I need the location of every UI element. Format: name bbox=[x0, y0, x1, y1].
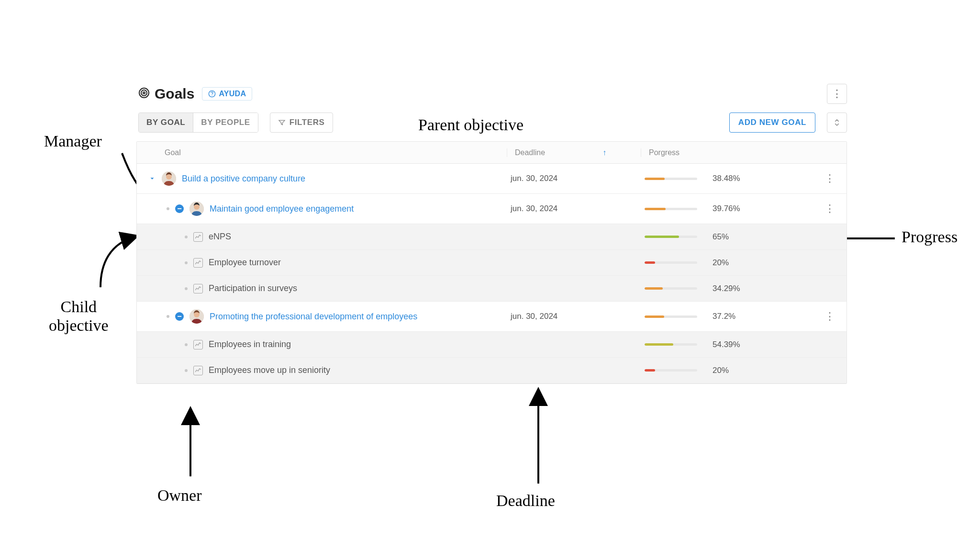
svg-point-4 bbox=[212, 95, 212, 96]
progress-value: 39.76% bbox=[713, 204, 740, 214]
table-row: −Promoting the professional development … bbox=[137, 302, 846, 332]
metric-icon bbox=[193, 340, 203, 349]
progress-value: 37.2% bbox=[713, 312, 735, 321]
goal-cell: Employee turnover bbox=[137, 250, 507, 275]
col-deadline-label: Deadline bbox=[515, 148, 545, 157]
expand-collapse-button[interactable] bbox=[827, 113, 847, 133]
col-progress[interactable]: Porgress bbox=[641, 148, 846, 157]
progress-bar bbox=[645, 369, 697, 372]
deadline-cell: jun. 30, 2024 bbox=[507, 196, 641, 221]
goal-cell: Employees move up in seniority bbox=[137, 358, 507, 383]
col-deadline[interactable]: Deadline ↑ bbox=[507, 148, 641, 157]
table-row: Employee turnover20% bbox=[137, 250, 846, 276]
avatar[interactable] bbox=[162, 171, 176, 186]
goal-title[interactable]: Promoting the professional development o… bbox=[210, 312, 417, 322]
tab-by-people[interactable]: BY PEOPLE bbox=[193, 113, 257, 132]
deadline-value: jun. 30, 2024 bbox=[511, 204, 557, 213]
kr-title: Employees move up in seniority bbox=[209, 365, 330, 375]
tab-by-goal[interactable]: BY GOAL bbox=[139, 113, 193, 132]
view-toggle: BY GOAL BY PEOPLE bbox=[138, 113, 258, 133]
filters-button[interactable]: FILTERS bbox=[270, 113, 333, 133]
deadline-cell bbox=[507, 363, 641, 378]
progress-bar bbox=[645, 315, 697, 318]
table-row: Employees move up in seniority20% bbox=[137, 358, 846, 383]
goal-cell: −Promoting the professional development … bbox=[137, 302, 507, 331]
goal-title[interactable]: Maintain good employee engagement bbox=[210, 204, 354, 214]
page-title: Goals bbox=[155, 86, 194, 102]
metric-icon bbox=[193, 232, 203, 242]
row-more-button[interactable]: ⋮ bbox=[824, 203, 835, 214]
table-row: Employees in training54.39% bbox=[137, 332, 846, 358]
goal-cell: −Maintain good employee engagement bbox=[137, 194, 507, 224]
row-more-button[interactable]: ⋮ bbox=[824, 311, 835, 322]
svg-point-1 bbox=[141, 90, 147, 96]
progress-bar bbox=[645, 178, 697, 180]
header-more-button[interactable]: ⋮ bbox=[827, 84, 847, 104]
panel-header: Goals AYUDA ⋮ bbox=[136, 84, 847, 113]
progress-cell: 39.76% bbox=[641, 196, 813, 221]
actions-cell: ⋮ bbox=[813, 311, 846, 322]
progress-cell: 34.29% bbox=[641, 276, 813, 301]
col-goal[interactable]: Goal bbox=[137, 148, 507, 157]
collapse-minus-icon[interactable]: − bbox=[175, 204, 184, 213]
kr-title: Employees in training bbox=[209, 339, 291, 349]
progress-cell: 65% bbox=[641, 225, 813, 249]
tree-dot bbox=[185, 261, 188, 264]
tree-dot bbox=[167, 315, 169, 318]
progress-value: 20% bbox=[713, 366, 729, 375]
svg-point-2 bbox=[143, 92, 145, 94]
tree-dot bbox=[185, 369, 188, 372]
progress-bar bbox=[645, 208, 697, 210]
callout-child: Child objective bbox=[49, 297, 109, 335]
table-row: Build a positive company culturejun. 30,… bbox=[137, 164, 846, 194]
row-more-button[interactable]: ⋮ bbox=[824, 173, 835, 184]
callout-deadline: Deadline bbox=[496, 491, 555, 510]
chevron-down-icon[interactable] bbox=[148, 175, 156, 182]
deadline-value: jun. 30, 2024 bbox=[511, 174, 557, 183]
arrow-up-icon: ↑ bbox=[602, 148, 606, 157]
deadline-cell: jun. 30, 2024 bbox=[507, 166, 641, 191]
progress-cell: 20% bbox=[641, 250, 813, 275]
filter-icon bbox=[278, 119, 286, 126]
table-body: Build a positive company culturejun. 30,… bbox=[137, 164, 846, 383]
progress-value: 34.29% bbox=[713, 284, 740, 293]
deadline-cell bbox=[507, 337, 641, 352]
deadline-value: jun. 30, 2024 bbox=[511, 312, 557, 321]
goal-cell: Employees in training bbox=[137, 332, 507, 357]
metric-icon bbox=[193, 258, 203, 268]
table-header: Goal Deadline ↑ Porgress bbox=[137, 142, 846, 164]
target-icon bbox=[138, 87, 150, 101]
actions-cell: ⋮ bbox=[813, 173, 846, 184]
add-new-goal-button[interactable]: ADD NEW GOAL bbox=[729, 113, 815, 133]
kr-title: Participation in surveys bbox=[209, 283, 297, 293]
avatar[interactable] bbox=[189, 202, 204, 216]
progress-value: 65% bbox=[713, 232, 729, 242]
deadline-cell: jun. 30, 2024 bbox=[507, 304, 641, 329]
callout-progress: Progress bbox=[902, 227, 958, 246]
collapse-minus-icon[interactable]: − bbox=[175, 312, 184, 321]
kr-title: eNPS bbox=[209, 232, 231, 242]
deadline-cell bbox=[507, 229, 641, 245]
progress-cell: 38.48% bbox=[641, 166, 813, 191]
filters-label: FILTERS bbox=[290, 118, 325, 127]
callout-manager: Manager bbox=[44, 132, 102, 150]
tree-dot bbox=[167, 207, 169, 210]
help-label: AYUDA bbox=[219, 90, 246, 98]
goals-table: Goal Deadline ↑ Porgress Build a positiv… bbox=[136, 141, 847, 384]
progress-value: 54.39% bbox=[713, 340, 740, 349]
actions-cell: ⋮ bbox=[813, 203, 846, 214]
progress-bar bbox=[645, 236, 697, 238]
goal-cell: Build a positive company culture bbox=[137, 164, 507, 193]
help-button[interactable]: AYUDA bbox=[202, 87, 252, 101]
metric-icon bbox=[193, 284, 203, 293]
tree-dot bbox=[185, 287, 188, 290]
deadline-cell bbox=[507, 255, 641, 270]
chevron-updown-icon bbox=[833, 118, 841, 127]
toolbar: BY GOAL BY PEOPLE FILTERS ADD NEW GOAL bbox=[136, 113, 847, 141]
tree-dot bbox=[185, 236, 188, 238]
goal-title[interactable]: Build a positive company culture bbox=[182, 174, 305, 184]
progress-cell: 54.39% bbox=[641, 332, 813, 357]
goals-panel: Goals AYUDA ⋮ BY GOAL BY PEOPLE FILTERS … bbox=[136, 84, 847, 384]
avatar[interactable] bbox=[189, 309, 204, 324]
progress-cell: 37.2% bbox=[641, 304, 813, 329]
